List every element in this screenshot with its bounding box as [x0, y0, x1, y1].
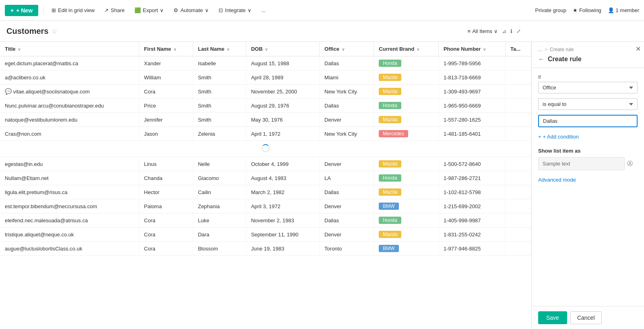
back-button[interactable]: ←	[538, 56, 545, 63]
cell-brand: BMW	[374, 199, 439, 213]
table-row: Nunc.pulvinar.arcu@conubianostraper.edu …	[0, 99, 531, 113]
cell-firstname: Jennifer	[139, 113, 193, 127]
save-button[interactable]: Save	[538, 311, 567, 324]
panel-breadcrumb: ... > Create rule	[532, 42, 644, 52]
filter-button[interactable]: ⊿	[502, 28, 506, 34]
cell-office: New York City	[320, 85, 374, 99]
cell-phone: 1-481-185-6401	[438, 127, 505, 141]
cell-office: Toronto	[320, 242, 374, 256]
edit-grid-button[interactable]: ⊞ Edit in grid view	[48, 5, 98, 15]
value-section	[538, 115, 638, 127]
cell-lastname: Smith	[193, 99, 246, 113]
condition-field-select[interactable]: Office Title First Name Last Name DOB Cu…	[538, 82, 638, 93]
cell-lastname: Cailin	[193, 185, 246, 199]
page-header: Customers ☆ ≡ All Items ∨ ⊿ ℹ ⤢	[0, 21, 644, 42]
col-dob[interactable]: DOB ∨	[246, 42, 319, 56]
cell-office: Dallas	[320, 185, 374, 199]
if-section: If Office Title First Name Last Name DOB…	[538, 74, 638, 93]
all-items-label: All Items	[472, 28, 492, 34]
cell-dob: November 2, 1983	[246, 213, 319, 228]
export-chevron: ∨	[160, 7, 164, 13]
chat-icon: 💬	[5, 88, 12, 95]
cell-dob: March 2, 1982	[246, 185, 319, 199]
integrate-button[interactable]: ⊡ Integrate ∨	[215, 5, 255, 15]
private-group-label: Private group	[535, 7, 566, 13]
cell-dob: April 3, 1972	[246, 199, 319, 213]
cancel-button[interactable]: Cancel	[570, 311, 602, 324]
export-label: Export	[143, 7, 158, 13]
add-condition-button[interactable]: + + Add condition	[538, 132, 579, 141]
cell-brand: Honda	[374, 99, 439, 113]
cell-ta	[506, 185, 531, 199]
cell-phone: 1-215-699-2002	[438, 199, 505, 213]
panel-title: Create rule	[548, 56, 582, 63]
cell-lastname: Nelle	[193, 157, 246, 171]
brand-badge: Honda	[379, 60, 401, 67]
col-phone[interactable]: Phone Number ∨	[438, 42, 505, 56]
spinner-cell	[0, 141, 531, 157]
panel-body: If Office Title First Name Last Name DOB…	[532, 68, 644, 306]
cell-phone: 1-977-946-8825	[438, 242, 505, 256]
cell-phone: 1-813-718-6669	[438, 70, 505, 85]
cell-title: ligula.elit.pretium@risus.ca	[0, 185, 139, 199]
brand-badge: Honda	[379, 174, 401, 182]
cell-brand: Mazda	[374, 185, 439, 199]
favorite-icon[interactable]: ☆	[52, 27, 57, 35]
new-button[interactable]: + + New	[5, 5, 38, 16]
operator-select[interactable]: is equal to is not equal to contains doe…	[538, 98, 638, 110]
brand-badge: Mazda	[379, 88, 401, 95]
expand-button[interactable]: ⤢	[516, 28, 521, 34]
info-button[interactable]: ℹ	[510, 28, 512, 34]
cell-dob: August 29, 1976	[246, 99, 319, 113]
following-label: ★ Following	[573, 7, 601, 13]
format-icon: Ⓐ	[627, 160, 633, 167]
filter-icon: ⊿	[502, 28, 506, 34]
sample-text: Sample text	[538, 157, 625, 170]
table-row: augue@luctuslobortisClass.co.uk Cora Blo…	[0, 242, 531, 256]
col-title[interactable]: Title ∨	[0, 42, 139, 56]
cell-phone: 1-965-950-6669	[438, 99, 505, 113]
advanced-mode-link[interactable]: Advanced mode	[538, 177, 638, 183]
star-icon: ★	[573, 7, 578, 13]
show-as-row: Sample text Ⓐ	[538, 157, 638, 170]
cell-lastname: Giacomo	[193, 171, 246, 185]
data-table: Title ∨ First Name ∨ Last Name ∨ DOB ∨ O…	[0, 42, 531, 256]
panel-close-button[interactable]: ✕	[636, 45, 641, 53]
toolbar-right: Private group ★ Following 👤 1 member	[535, 7, 639, 13]
cell-firstname: Linus	[139, 157, 193, 171]
cell-ta	[506, 171, 531, 185]
brand-badge: Mercedes	[379, 130, 408, 137]
cell-phone: 1-102-812-5798	[438, 185, 505, 199]
share-button[interactable]: ↗ Share	[101, 5, 128, 15]
col-lastname[interactable]: Last Name ∨	[193, 42, 246, 56]
cell-ta	[506, 127, 531, 141]
export-button[interactable]: 🟩 Export ∨	[131, 5, 167, 15]
col-firstname[interactable]: First Name ∨	[139, 42, 193, 56]
value-input[interactable]	[538, 115, 638, 127]
format-button[interactable]: Ⓐ	[626, 159, 634, 168]
loading-spinner	[262, 144, 270, 152]
automate-chevron: ∨	[205, 7, 209, 13]
col-brand[interactable]: Current Brand ∨	[374, 42, 439, 56]
cell-ta	[506, 113, 531, 127]
cell-dob: August 15, 1988	[246, 56, 319, 70]
cell-lastname: Smith	[193, 70, 246, 85]
add-condition-label: + Add condition	[543, 134, 579, 140]
integrate-chevron: ∨	[248, 7, 252, 13]
brand-badge: BMW	[379, 245, 398, 252]
col-ta[interactable]: Ta...	[506, 42, 531, 56]
table-row: eleifend.nec.malesuada@atrisus.ca Cora L…	[0, 213, 531, 228]
share-icon: ↗	[104, 7, 109, 13]
col-office[interactable]: Office ∨	[320, 42, 374, 56]
share-label: Share	[111, 7, 125, 13]
if-label: If	[538, 74, 638, 80]
cell-title: augue@luctuslobortisClass.co.uk	[0, 242, 139, 256]
more-button[interactable]: ...	[258, 5, 269, 15]
automate-button[interactable]: ⚙ Automate ∨	[170, 5, 212, 15]
panel-title-row: ← Create rule	[532, 52, 644, 68]
all-items-button[interactable]: ≡ All Items ∨	[468, 28, 498, 34]
cell-firstname: Xander	[139, 56, 193, 70]
cell-ta	[506, 99, 531, 113]
cell-brand: Mazda	[374, 157, 439, 171]
cell-lastname: Luke	[193, 213, 246, 228]
